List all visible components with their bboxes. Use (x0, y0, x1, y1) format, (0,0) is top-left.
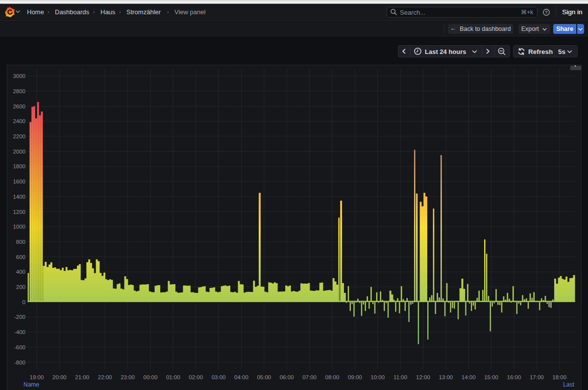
svg-text:10:00: 10:00 (370, 374, 385, 380)
svg-text:22:00: 22:00 (98, 374, 112, 380)
svg-text:200: 200 (16, 284, 25, 290)
svg-text:02:00: 02:00 (189, 374, 203, 380)
svg-text:05:00: 05:00 (257, 374, 271, 380)
svg-text:2400: 2400 (13, 118, 25, 124)
svg-text:07:00: 07:00 (302, 374, 317, 380)
svg-text:0: 0 (23, 299, 25, 305)
svg-text:600: 600 (16, 254, 25, 260)
svg-text:21:00: 21:00 (75, 374, 89, 380)
svg-text:2800: 2800 (13, 88, 25, 94)
svg-text:12:00: 12:00 (416, 374, 430, 380)
svg-text:400: 400 (16, 269, 25, 275)
svg-text:20:00: 20:00 (52, 374, 67, 380)
svg-text:Name: Name (24, 381, 39, 388)
svg-text:2600: 2600 (13, 104, 25, 109)
svg-text:-600: -600 (14, 344, 25, 350)
svg-text:-200: -200 (14, 314, 25, 320)
svg-text:19:00: 19:00 (30, 374, 44, 380)
svg-text:-400: -400 (14, 329, 25, 335)
svg-text:23:00: 23:00 (121, 374, 135, 380)
svg-text:04:00: 04:00 (234, 374, 248, 380)
svg-text:11:00: 11:00 (393, 374, 407, 380)
svg-text:06:00: 06:00 (280, 374, 294, 380)
svg-text:Last: Last (563, 381, 574, 388)
svg-text:16:00: 16:00 (507, 374, 521, 380)
svg-text:1000: 1000 (13, 224, 25, 230)
svg-text:-800: -800 (14, 360, 25, 365)
svg-text:13:00: 13:00 (439, 374, 453, 380)
svg-text:03:00: 03:00 (212, 374, 226, 380)
svg-text:08:00: 08:00 (325, 374, 340, 380)
svg-text:3000: 3000 (13, 73, 25, 79)
svg-text:14:00: 14:00 (462, 374, 476, 380)
svg-text:15:00: 15:00 (484, 374, 498, 380)
svg-text:2200: 2200 (13, 133, 25, 139)
svg-text:09:00: 09:00 (348, 374, 362, 380)
svg-text:18:00: 18:00 (552, 374, 566, 380)
svg-text:1600: 1600 (13, 179, 25, 184)
svg-text:2000: 2000 (13, 149, 25, 155)
svg-text:800: 800 (16, 239, 25, 245)
svg-text:17:00: 17:00 (530, 374, 544, 380)
svg-text:1800: 1800 (13, 163, 25, 169)
svg-text:01:00: 01:00 (166, 374, 180, 380)
svg-text:1400: 1400 (13, 194, 25, 200)
svg-text:00:00: 00:00 (144, 374, 158, 380)
svg-text:1200: 1200 (13, 209, 25, 215)
